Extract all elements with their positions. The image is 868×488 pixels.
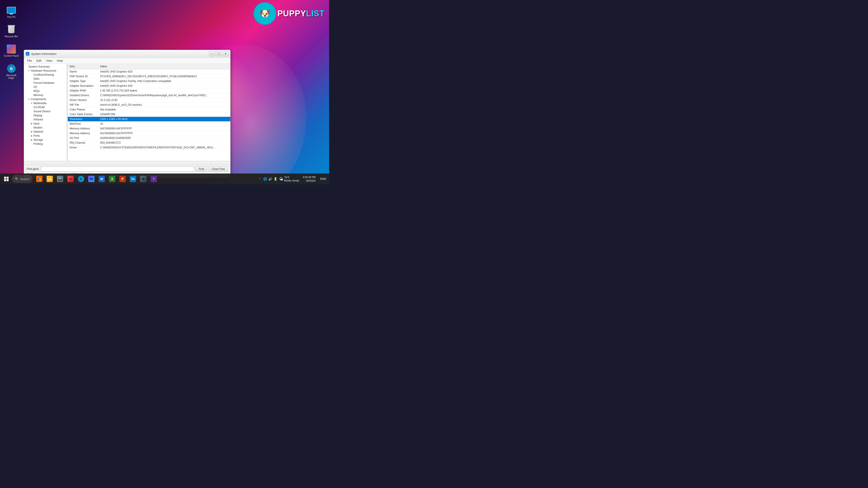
tree-modem[interactable]: Modem [24,126,67,130]
tray-overflow-button[interactable]: ^ [258,177,261,181]
tree-network[interactable]: ▶ Network [24,130,67,134]
table-row[interactable]: NameIntel(R) UHD Graphics 620 [68,69,230,74]
tree-io[interactable]: I/O [24,85,67,89]
taskbar-app-teams[interactable]: T [149,174,159,184]
tree-components[interactable]: ▼ Components [24,97,67,101]
menu-file[interactable]: File [25,58,34,63]
taskbar-app-snipping[interactable]: ✂ [66,174,75,184]
find-input[interactable] [41,166,194,171]
table-row[interactable]: Memory Address0xF2000000-0xF2FFFFFF [68,126,230,131]
volume-tray-icon[interactable]: 🔊 [268,177,272,181]
menu-edit[interactable]: Edit [35,58,43,63]
taskbar-app-powerpoint[interactable]: P [118,174,127,184]
taskbar-app-edge[interactable]: e [76,174,86,184]
tree-input[interactable]: ▶ Input [24,122,67,126]
taskbar-app-store[interactable]: 🛍 [86,174,96,184]
recycle-bin-icon [7,25,16,34]
table-row[interactable]: IRQ ChannelIRQ 4294967272 [68,140,230,145]
tree-multimedia[interactable]: ▼ Multimedia [24,101,67,105]
tree-forced-hardware[interactable]: Forced Hardware [24,81,67,85]
network-tray-icon[interactable]: 🌐 [263,177,267,181]
powerpoint-icon: P [119,176,126,182]
clock-widget[interactable]: 9:55:28 PM 3/4/2025 [301,175,317,183]
table-cell-item: Resolution [68,117,98,122]
taskbar-app-settings[interactable]: ⚙ [138,174,148,184]
desktop-icon-control-panel[interactable]: Control Panel [2,43,20,58]
table-row[interactable]: DriverC:\WINDOWS\SYSTEM32\DRIVERSTORE\FI… [68,145,230,150]
tree-conflicts[interactable]: Conflicts/Sharing [24,73,67,77]
expand-icon-input: ▶ [30,122,33,125]
table-row[interactable]: INF Fileoem4.inf (iKBLD_w10_DS section) [68,103,230,107]
table-row[interactable]: Bits/Pixel32 [68,122,230,126]
taskbar-app-outlook[interactable]: Ou [128,174,138,184]
expand-icon [30,73,33,76]
tree-storage[interactable]: ▶ Storage [24,138,67,142]
desktop-icon-recycle-bin[interactable]: Recycle Bin [2,24,20,39]
start-button[interactable] [2,174,11,184]
table-row[interactable]: Driver Version31.0.101.2130 [68,98,230,103]
table-cell-item: IRQ Channel [68,140,98,145]
tree-infrared[interactable]: Infrared [24,118,67,122]
table-row[interactable]: I/O Port0x00003000-0x0000303F [68,136,230,140]
table-row[interactable]: PNP Device IDPCI\VEN_8086&DEV_5917&SUBSY… [68,74,230,79]
menu-view[interactable]: View [44,58,54,63]
close-button[interactable]: ✕ [223,51,228,56]
taskbar-search[interactable]: 🔍 Search [12,175,33,183]
tree-label-storage: Storage [33,138,43,141]
table-cell-item: Bits/Pixel [68,122,98,126]
expand-icon [25,65,28,68]
table-row[interactable]: Adapter RAM1.00 GB (1,073,741,824 bytes) [68,88,230,93]
taskbar-app-file-explorer[interactable]: 📁 [45,174,55,184]
tree-panel[interactable]: System Summary ▼ Hardware Resources Conf… [24,64,67,161]
tree-display[interactable]: Display [24,113,67,118]
tree-label-cdrom: CD-ROM [33,106,44,109]
menu-help[interactable]: Help [55,58,65,63]
tree-printing[interactable]: Printing [24,142,67,146]
tree-label-components: Components [31,98,46,101]
list-text: LIST [306,9,324,18]
table-row[interactable]: Memory Address0xC0000000-0xCFFFFFFF [68,131,230,136]
tree-irqs[interactable]: IRQs [24,89,67,93]
language-button[interactable]: ENG [319,175,327,183]
expand-icon [30,126,33,129]
tree-label-forced: Forced Hardware [33,81,55,85]
minimize-button[interactable]: — [209,51,215,56]
tree-memory[interactable]: Memory [24,93,67,97]
battery-tray-icon[interactable]: 🔋 [274,177,277,181]
col-header-value: Value [98,64,230,69]
table-row[interactable]: Adapter TypeIntel(R) UHD Graphics Family… [68,79,230,84]
taskbar-app-camera[interactable]: 📷 [55,174,65,184]
table-cell-value: 0xC0000000-0xCFFFFFFF [98,131,230,136]
tree-system-summary[interactable]: System Summary [24,65,67,69]
find-button[interactable]: Find [196,166,207,171]
table-row[interactable]: Adapter DescriptionIntel(R) UHD Graphics… [68,84,230,88]
windows-logo-icon [4,177,8,181]
table-row[interactable]: Resolution1920 x 1080 x 60 hertz [68,117,230,122]
control-panel-label: Control Panel [4,55,19,57]
tree-hardware-resources[interactable]: ▼ Hardware Resources [24,69,67,73]
table-cell-value: 31.0.101.2130 [98,98,230,103]
expand-icon [30,110,33,113]
clock-time: 9:55:28 PM [303,175,315,179]
taskbar-app-masked[interactable]: 🎭 [34,174,44,184]
tree-cdrom[interactable]: CD-ROM [24,105,67,109]
table-row[interactable]: Color PlanesNot Available [68,107,230,112]
desktop-icon-edge[interactable]: e Microsoft Edge [2,63,20,80]
table-row[interactable]: Color Table Entries4294967296 [68,112,230,117]
table-cell-value: IRQ 4294967272 [98,140,230,145]
maximize-button[interactable]: ☐ [216,51,222,56]
taskbar-app-word[interactable]: W [97,174,107,184]
table-cell-value: 1920 x 1080 x 60 hertz [98,117,230,122]
close-find-button[interactable]: Close Find [209,166,228,171]
tree-sound-device[interactable]: Sound Device [24,109,67,113]
horizontal-scrollbar[interactable] [24,161,230,164]
tree-ports[interactable]: ▶ Ports [24,134,67,138]
expand-icon [30,106,33,109]
tree-dma[interactable]: DMA [24,77,67,81]
window-title: System Information [31,52,57,56]
weather-widget[interactable]: 🌤 76°F Mostly cloudy [279,176,299,182]
table-row[interactable]: Installed DriversC:\WINDOWS\System32\Dri… [68,93,230,98]
desktop-icon-this-pc[interactable]: This PC [2,4,20,20]
expand-icon [30,90,33,92]
taskbar-app-excel[interactable]: X [107,174,117,184]
